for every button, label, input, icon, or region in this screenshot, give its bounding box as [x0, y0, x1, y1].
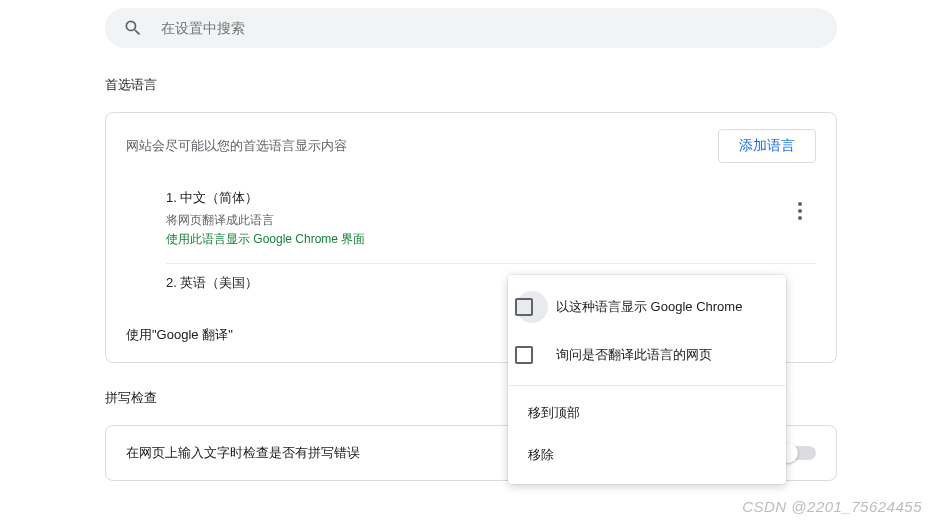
menu-label: 询问是否翻译此语言的网页 — [556, 346, 712, 364]
more-options-button[interactable] — [784, 195, 816, 227]
checkbox-wrap — [516, 339, 548, 371]
language-sub-translate: 将网页翻译成此语言 — [166, 211, 784, 230]
more-vert-icon — [798, 209, 802, 213]
menu-item-remove[interactable]: 移除 — [508, 434, 786, 476]
card-description: 网站会尽可能以您的首选语言显示内容 — [126, 137, 347, 155]
language-sub-display: 使用此语言显示 Google Chrome 界面 — [166, 230, 784, 249]
search-input[interactable] — [161, 20, 819, 36]
checkbox-icon — [515, 298, 533, 316]
search-bar[interactable] — [105, 8, 837, 48]
watermark: CSDN @2201_75624455 — [742, 498, 922, 515]
search-icon — [123, 18, 143, 38]
add-language-button[interactable]: 添加语言 — [718, 129, 816, 163]
language-item: 1. 中文（简体） 将网页翻译成此语言 使用此语言显示 Google Chrom… — [166, 179, 816, 264]
language-name: 1. 中文（简体） — [166, 189, 784, 207]
spell-check-description: 在网页上输入文字时检查是否有拼写错误 — [126, 444, 360, 462]
menu-item-ask-translate[interactable]: 询问是否翻译此语言的网页 — [508, 331, 786, 379]
checkbox-wrap — [516, 291, 548, 323]
checkbox-icon — [515, 346, 533, 364]
menu-divider — [508, 385, 786, 386]
menu-item-display-chrome[interactable]: 以这种语言显示 Google Chrome — [508, 283, 786, 331]
menu-item-move-top[interactable]: 移到顶部 — [508, 392, 786, 434]
menu-label: 以这种语言显示 Google Chrome — [556, 298, 742, 316]
language-context-menu: 以这种语言显示 Google Chrome 询问是否翻译此语言的网页 移到顶部 … — [508, 275, 786, 484]
preferred-languages-title: 首选语言 — [105, 76, 837, 94]
